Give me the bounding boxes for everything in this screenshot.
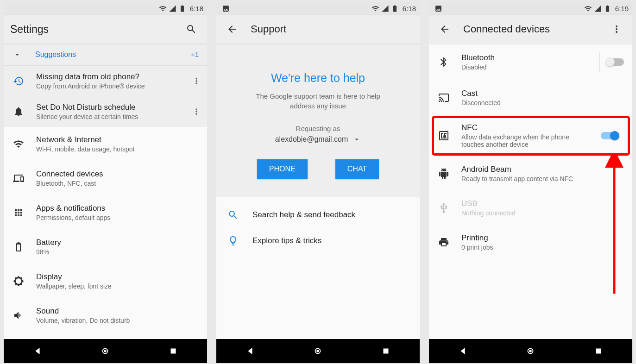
item-sub: Wi-Fi, mobile, data usage, hotspot [36, 145, 199, 153]
suggestion-dnd[interactable]: Set Do Not Disturb schedule Silence your… [4, 96, 207, 127]
back-button[interactable] [435, 20, 454, 38]
row-tips[interactable]: Explore tips & tricks [216, 228, 420, 254]
row-label: Explore tips & tricks [252, 236, 321, 245]
item-sub: Bluetooth, NFC, cast [36, 180, 199, 187]
support-body: We're here to help The Google support te… [216, 44, 420, 339]
nav-recent[interactable] [372, 346, 400, 356]
suggestion-sub: Silence your device at certain times [36, 113, 189, 120]
item-title: Connected devices [36, 169, 199, 179]
signal-icon [381, 5, 389, 13]
status-bar: 6:18 [216, 2, 420, 15]
suggestions-header[interactable]: Suggestions +1 [4, 44, 207, 66]
support-card: We're here to help The Google support te… [216, 44, 420, 197]
bluetooth-toggle[interactable] [606, 58, 624, 66]
item-title: NFC [461, 123, 597, 132]
status-time: 6:19 [615, 5, 629, 13]
battery-icon [391, 5, 399, 13]
nav-home[interactable] [91, 346, 119, 356]
nav-bar [4, 339, 207, 363]
connected-body: Bluetooth Disabled Cast Disconnected NFC… [429, 44, 632, 339]
cast-icon [437, 92, 450, 103]
item-battery[interactable]: Battery 98% [4, 230, 207, 264]
svg-rect-5 [383, 349, 388, 354]
item-sound[interactable]: Sound Volume, vibration, Do not disturb [4, 298, 207, 325]
row-search-help[interactable]: Search help & send feedback [216, 202, 420, 228]
sound-icon [12, 310, 25, 321]
item-sub: Disabled [461, 63, 594, 71]
suggestions-block: Suggestions +1 Missing data from old pho… [4, 44, 207, 127]
more-button[interactable] [189, 107, 204, 116]
chevron-down-icon [12, 50, 22, 59]
wifi-icon [159, 5, 167, 13]
nfc-toggle[interactable] [601, 132, 618, 139]
row-label: Search help & send feedback [252, 210, 355, 220]
suggestion-title: Set Do Not Disturb schedule [36, 103, 189, 112]
lightbulb-icon [227, 235, 239, 246]
item-android-beam[interactable]: Android Beam Ready to transmit app conte… [429, 157, 632, 191]
back-button[interactable] [223, 20, 241, 38]
item-sub: Volume, vibration, Do not disturb [36, 317, 199, 324]
nav-bar [216, 339, 420, 363]
suggestion-sub: Copy from Android or iPhone® device [36, 82, 189, 90]
item-nfc[interactable]: NFC Allow data exchange when the phone t… [429, 115, 632, 157]
item-title: Apps & notifications [36, 204, 199, 213]
item-title: Battery [36, 238, 199, 247]
help-search-icon [227, 209, 239, 220]
battery-icon [604, 5, 611, 13]
settings-body: Suggestions +1 Missing data from old pho… [4, 44, 207, 339]
nav-back[interactable] [449, 346, 477, 356]
support-heading: We're here to help [226, 71, 410, 85]
requesting-label: Requesting as [226, 125, 410, 132]
wifi-icon [372, 5, 379, 13]
item-title: Cast [461, 89, 624, 98]
svg-rect-2 [170, 349, 176, 354]
search-button[interactable] [182, 20, 201, 38]
item-apps[interactable]: Apps & notifications Permissions, defaul… [4, 195, 207, 230]
item-sub: Nothing connected [461, 209, 624, 217]
nfc-icon [437, 130, 450, 141]
account-selector[interactable]: alexdobie@gmail.com [226, 135, 410, 144]
more-button[interactable] [189, 76, 204, 86]
status-time: 6:18 [190, 5, 203, 13]
usb-icon [437, 202, 450, 213]
nav-back[interactable] [24, 346, 51, 356]
bell-icon [12, 106, 25, 117]
item-sub: Wallpaper, sleep, font size [36, 282, 199, 290]
chat-button[interactable]: CHAT [335, 159, 379, 179]
item-printing[interactable]: Printing 0 print jobs [429, 225, 632, 259]
bluetooth-icon [437, 56, 450, 68]
overflow-button[interactable] [607, 20, 626, 38]
item-display[interactable]: Display Wallpaper, sleep, font size [4, 264, 207, 298]
battery-icon [178, 5, 186, 13]
svg-point-4 [317, 350, 320, 352]
item-bluetooth[interactable]: Bluetooth Disabled [429, 44, 632, 81]
item-connected-devices[interactable]: Connected devices Bluetooth, NFC, cast [4, 161, 207, 195]
more-vert-icon [611, 24, 622, 35]
status-bar: 6:18 [4, 2, 207, 15]
item-usb: USB Nothing connected [429, 191, 632, 225]
nav-recent[interactable] [159, 346, 187, 356]
nav-bar [429, 339, 632, 363]
item-network[interactable]: Network & Internet Wi-Fi, mobile, data u… [4, 127, 207, 161]
print-icon [437, 237, 450, 248]
nav-home[interactable] [516, 346, 544, 356]
wifi-icon [12, 138, 25, 150]
suggestion-missing-data[interactable]: Missing data from old phone? Copy from A… [4, 66, 207, 96]
phone-button[interactable]: PHONE [257, 159, 308, 179]
item-title: Printing [461, 233, 624, 243]
brightness-icon [12, 276, 25, 287]
nav-home[interactable] [304, 346, 332, 356]
suggestions-badge: +1 [191, 50, 199, 58]
divider [599, 52, 600, 72]
page-title: Connected devices [463, 23, 607, 35]
nav-recent[interactable] [585, 346, 612, 356]
item-sub: 98% [36, 248, 199, 256]
phone-connected-devices: 6:19 Connected devices Bluetooth Disable… [429, 2, 632, 363]
status-time: 6:18 [403, 5, 416, 13]
search-icon [186, 24, 197, 35]
suggestion-title: Missing data from old phone? [36, 72, 189, 82]
item-cast[interactable]: Cast Disconnected [429, 81, 632, 115]
status-bar: 6:19 [429, 2, 632, 15]
nav-back[interactable] [236, 346, 264, 356]
item-title: Network & Internet [36, 135, 199, 144]
